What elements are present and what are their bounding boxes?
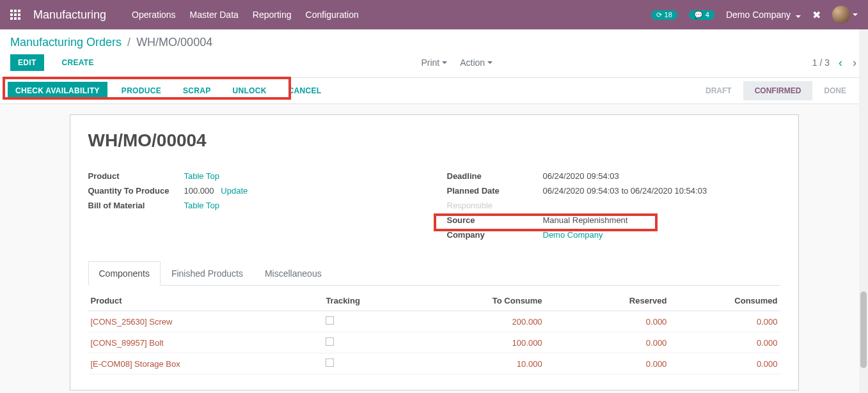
- control-panel: Manufacturing Orders / WH/MO/00004 EDIT …: [0, 29, 868, 78]
- breadcrumb-current: WH/MO/00004: [136, 36, 212, 49]
- action-menu[interactable]: Action: [460, 58, 493, 68]
- company-label: Demo Company: [726, 10, 791, 20]
- cell-reserved: 0.000: [545, 353, 670, 374]
- tracking-checkbox[interactable]: [326, 316, 334, 325]
- chevron-down-icon: [853, 13, 858, 16]
- update-qty-button[interactable]: Update: [221, 186, 248, 196]
- chevron-down-icon: [442, 61, 447, 64]
- company-switcher[interactable]: Demo Company: [726, 10, 801, 20]
- messages-badge[interactable]: 💬 4: [689, 10, 714, 20]
- notebook-tabs: Components Finished Products Miscellaneo…: [88, 261, 780, 286]
- vertical-scrollbar[interactable]: [859, 29, 868, 393]
- menu-configuration[interactable]: Configuration: [306, 10, 359, 20]
- tab-finished-products[interactable]: Finished Products: [161, 261, 254, 286]
- chevron-down-icon: [796, 15, 801, 18]
- create-button[interactable]: CREATE: [54, 54, 102, 71]
- cell-consumed: 0.000: [669, 311, 780, 332]
- label-deadline: Deadline: [447, 171, 543, 181]
- th-tracking: Tracking: [323, 291, 420, 311]
- apps-icon[interactable]: [10, 10, 20, 20]
- label-product: Product: [88, 171, 184, 181]
- statusbar-row: CHECK AVAILABILITY PRODUCE SCRAP UNLOCK …: [0, 78, 868, 104]
- cancel-button[interactable]: CANCEL: [281, 82, 329, 100]
- label-planned: Planned Date: [447, 186, 543, 196]
- table-row[interactable]: [CONS_89957] Bolt 100.000 0.000 0.000: [88, 332, 780, 353]
- app-brand[interactable]: Manufacturing: [33, 8, 106, 22]
- value-planned: 06/24/2020 09:54:03 to 06/24/2020 10:54:…: [543, 186, 707, 196]
- breadcrumb: Manufacturing Orders / WH/MO/00004: [10, 36, 212, 49]
- status-draft[interactable]: DRAFT: [694, 81, 743, 100]
- label-company: Company: [447, 230, 543, 240]
- debug-icon[interactable]: ✖: [812, 9, 821, 21]
- pager-text: 1 / 3: [812, 58, 830, 68]
- chat-icon: 💬: [694, 11, 703, 19]
- tab-components[interactable]: Components: [88, 261, 161, 286]
- form-sheet: WH/MO/00004 Product Table Top Quantity T…: [70, 114, 799, 390]
- label-qty: Quantity To Produce: [88, 186, 184, 196]
- breadcrumb-parent[interactable]: Manufacturing Orders: [10, 36, 122, 49]
- message-count: 4: [706, 11, 709, 19]
- value-product[interactable]: Table Top: [184, 171, 219, 181]
- scrollbar-thumb[interactable]: [860, 291, 867, 368]
- print-label: Print: [421, 58, 439, 68]
- th-product: Product: [88, 291, 324, 311]
- cell-product: [E-COM08] Storage Box: [88, 353, 324, 374]
- cell-consumed: 0.000: [669, 332, 780, 353]
- tracking-checkbox[interactable]: [326, 337, 334, 346]
- label-source: Source: [447, 215, 543, 225]
- label-responsible: Responsible: [447, 201, 543, 210]
- status-done[interactable]: DONE: [812, 81, 858, 100]
- statusbar: DRAFT CONFIRMED DONE: [694, 81, 868, 100]
- table-row[interactable]: [CONS_25630] Screw 200.000 0.000 0.000: [88, 311, 780, 332]
- chevron-down-icon: [487, 61, 493, 64]
- scrap-button[interactable]: SCRAP: [175, 82, 219, 100]
- breadcrumb-separator: /: [127, 36, 130, 49]
- value-qty: 100.000: [184, 186, 214, 196]
- pager-next[interactable]: ›: [851, 56, 858, 70]
- value-bom[interactable]: Table Top: [184, 201, 219, 210]
- cell-product: [CONS_25630] Screw: [88, 311, 324, 332]
- cell-reserved: 0.000: [545, 332, 670, 353]
- tab-miscellaneous[interactable]: Miscellaneous: [254, 261, 333, 286]
- value-company[interactable]: Demo Company: [543, 230, 603, 240]
- cell-to-consume: 10.000: [420, 353, 545, 374]
- tracking-checkbox[interactable]: [326, 358, 334, 367]
- cell-to-consume: 100.000: [420, 332, 545, 353]
- check-availability-button[interactable]: CHECK AVAILABILITY: [8, 82, 107, 100]
- menu-reporting[interactable]: Reporting: [253, 10, 292, 20]
- edit-button[interactable]: EDIT: [10, 54, 44, 71]
- cell-consumed: 0.000: [669, 353, 780, 374]
- th-to-consume: To Consume: [420, 291, 545, 311]
- th-consumed: Consumed: [669, 291, 780, 311]
- cell-reserved: 0.000: [545, 311, 670, 332]
- value-deadline: 06/24/2020 09:54:03: [543, 171, 619, 181]
- print-menu[interactable]: Print: [421, 58, 447, 68]
- label-bom: Bill of Material: [88, 201, 184, 210]
- pager-prev[interactable]: ‹: [837, 56, 844, 70]
- status-confirmed[interactable]: CONFIRMED: [743, 81, 813, 100]
- components-table: Product Tracking To Consume Reserved Con…: [88, 291, 780, 374]
- produce-button[interactable]: PRODUCE: [114, 82, 169, 100]
- activity-count: 18: [665, 11, 672, 19]
- record-title: WH/MO/00004: [88, 130, 780, 151]
- clock-icon: ⟳: [656, 11, 662, 19]
- top-menu: Operations Master Data Reporting Configu…: [132, 10, 359, 20]
- value-source: Manual Replenishment: [543, 215, 628, 225]
- cell-to-consume: 200.000: [420, 311, 545, 332]
- avatar[interactable]: [832, 6, 850, 24]
- activity-badge[interactable]: ⟳ 18: [651, 10, 677, 20]
- action-label: Action: [460, 58, 485, 68]
- cell-product: [CONS_89957] Bolt: [88, 332, 324, 353]
- unlock-button[interactable]: UNLOCK: [225, 82, 274, 100]
- top-navbar: Manufacturing Operations Master Data Rep…: [0, 0, 868, 29]
- table-row[interactable]: [E-COM08] Storage Box 10.000 0.000 0.000: [88, 353, 780, 374]
- menu-operations[interactable]: Operations: [132, 10, 175, 20]
- menu-master-data[interactable]: Master Data: [190, 10, 239, 20]
- th-reserved: Reserved: [545, 291, 670, 311]
